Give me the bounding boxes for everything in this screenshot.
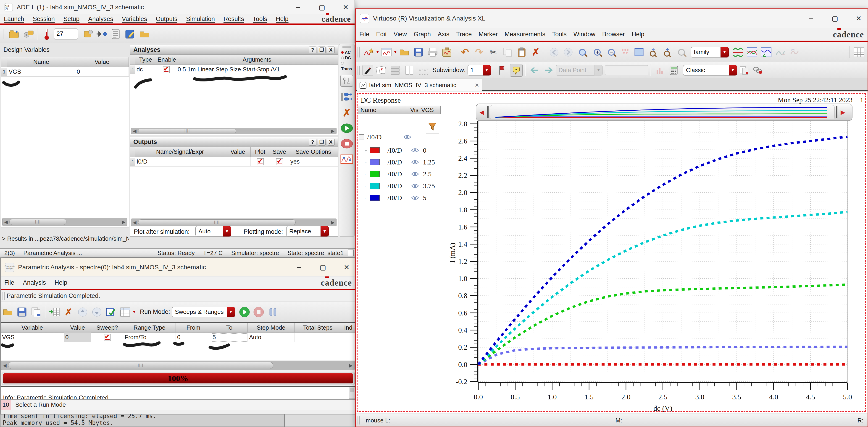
- viva-minimize-button[interactable]: –: [806, 14, 816, 22]
- radio-dc[interactable]: DC: [341, 55, 354, 61]
- viva-menu-edit[interactable]: Edit: [376, 31, 387, 38]
- save-icon[interactable]: [16, 306, 28, 319]
- analyses-close-button[interactable]: X: [327, 46, 335, 53]
- new-window-icon[interactable]: [362, 46, 375, 59]
- zoom-icon[interactable]: [576, 46, 589, 59]
- zoom-out-icon[interactable]: −: [604, 46, 617, 59]
- ade-menu-session[interactable]: Session: [33, 15, 55, 23]
- dv-row-vgs[interactable]: 1 VGS 0: [1, 67, 129, 77]
- trace-cursor-icon[interactable]: [774, 46, 787, 59]
- search-icon[interactable]: [675, 46, 688, 59]
- outputs-close-button[interactable]: X: [327, 139, 335, 145]
- copy-properties-icon[interactable]: [738, 64, 750, 77]
- parametric-hscrollbar[interactable]: ◀ ▶: [1, 361, 354, 370]
- zoom-y-icon[interactable]: [661, 46, 674, 59]
- move-down-icon[interactable]: [90, 306, 103, 319]
- tab-close-icon[interactable]: ✕: [475, 82, 479, 89]
- flag-icon[interactable]: [496, 64, 508, 77]
- capture-image-icon[interactable]: [440, 46, 453, 59]
- move-up-icon[interactable]: [76, 306, 89, 319]
- trace-overlay-icon[interactable]: [732, 46, 744, 59]
- new-window-dropdown[interactable]: ▼: [376, 50, 379, 54]
- outputs-hscrollbar[interactable]: ◀ ▶: [131, 219, 337, 226]
- parametric-row-vgs[interactable]: VGS 0 From/To 0 5 Auto: [1, 333, 355, 342]
- simulation-settings-icon[interactable]: [82, 28, 94, 40]
- ade-menu-analyses[interactable]: Analyses: [88, 15, 113, 23]
- outputs-detach-button[interactable]: ❐: [318, 139, 326, 145]
- parametric-close-button[interactable]: ✕: [341, 263, 352, 271]
- stop-icon[interactable]: [252, 306, 265, 319]
- log-vscrollbar[interactable]: [349, 387, 355, 399]
- trace-link-icon[interactable]: [788, 46, 801, 59]
- zoom-points-icon[interactable]: [618, 46, 631, 59]
- parametric-minimize-button[interactable]: –: [294, 263, 304, 271]
- tab-schematic[interactable]: lab4 sim_NMOS_IV_3 schematic ✕: [356, 79, 482, 91]
- viva-menu-measurements[interactable]: Measurements: [504, 31, 546, 38]
- new-subwindow-icon[interactable]: [380, 46, 393, 59]
- viva-maximize-button[interactable]: ▢: [830, 14, 840, 22]
- analyses-help-button[interactable]: ?: [309, 46, 316, 53]
- analyses-hscrollbar[interactable]: ◀ ▶: [131, 128, 337, 134]
- trace-strip-icon[interactable]: [746, 46, 758, 59]
- variables-sliders-icon[interactable]: [340, 75, 353, 87]
- new-subwindow-dropdown[interactable]: ▼: [394, 50, 397, 54]
- layout-columns-icon[interactable]: [403, 64, 416, 77]
- data-point-dropdown[interactable]: Data Point ▼: [556, 65, 603, 75]
- netlist-view-icon[interactable]: [110, 28, 123, 40]
- previous-view-icon[interactable]: [548, 46, 560, 59]
- netlist-probe-icon[interactable]: [96, 28, 108, 40]
- undo-icon[interactable]: ↶: [459, 46, 471, 59]
- ade-menu-outputs[interactable]: Outputs: [156, 15, 177, 23]
- output-plot-checkbox[interactable]: [257, 158, 264, 165]
- redo-icon[interactable]: ↷: [473, 46, 486, 59]
- netlist-run-icon[interactable]: [340, 90, 353, 103]
- copy-setup-icon[interactable]: [30, 306, 42, 319]
- delete-icon[interactable]: ✗: [340, 106, 353, 119]
- viva-menu-window[interactable]: Window: [574, 31, 595, 38]
- layout-grid-icon[interactable]: [417, 64, 430, 77]
- ade-menu-help[interactable]: Help: [276, 15, 288, 23]
- family-dropdown[interactable]: family▼: [691, 47, 729, 58]
- delete-icon[interactable]: ✗: [529, 46, 542, 59]
- analyses-row-dc[interactable]: 1 dc 0 5 1m Linear Step Size Start-Stop …: [130, 65, 338, 74]
- ade-minimize-button[interactable]: –: [293, 3, 303, 11]
- copy-icon[interactable]: [501, 46, 514, 59]
- dc-response-chart[interactable]: -0.20.00.20.40.60.81.01.21.41.61.82.02.2…: [355, 91, 868, 414]
- data-point-field[interactable]: [605, 65, 648, 75]
- plotting-mode-dropdown[interactable]: Replace▼: [286, 226, 329, 236]
- pause-icon[interactable]: [267, 306, 279, 319]
- add-row-icon[interactable]: [48, 306, 61, 319]
- style-dropdown[interactable]: Classic▼: [683, 65, 737, 75]
- choose-design-icon[interactable]: [8, 28, 21, 40]
- ade-menu-launch[interactable]: Launch: [4, 15, 24, 23]
- printer-icon[interactable]: [426, 46, 439, 59]
- stop-simulation-icon[interactable]: [340, 137, 353, 150]
- radio-ac[interactable]: AC: [341, 50, 354, 55]
- ade-maximize-button[interactable]: ▢: [317, 3, 327, 11]
- viva-menu-browser[interactable]: Browser: [602, 31, 625, 38]
- temperature-field[interactable]: [54, 29, 78, 39]
- zoom-x-icon[interactable]: [647, 46, 659, 59]
- zoom-in-icon[interactable]: +: [590, 46, 603, 59]
- session-options-icon[interactable]: [22, 28, 35, 40]
- run-icon[interactable]: [238, 306, 251, 319]
- trace-split-icon[interactable]: [760, 46, 773, 59]
- next-point-icon[interactable]: [542, 64, 555, 77]
- viva-menu-file[interactable]: File: [359, 31, 369, 38]
- histogram-icon[interactable]: [653, 64, 666, 77]
- run-mode-dropdown[interactable]: Sweeps & Ranges▼: [172, 307, 235, 317]
- marker-pen-icon[interactable]: [362, 65, 373, 76]
- paste-icon[interactable]: [515, 46, 528, 59]
- param-sweep-checkbox[interactable]: [104, 334, 111, 341]
- fit-view-icon[interactable]: [632, 46, 645, 59]
- save-icon[interactable]: [412, 46, 425, 59]
- viva-menu-help[interactable]: Help: [632, 31, 645, 38]
- viva-menu-graph[interactable]: Graph: [414, 31, 431, 38]
- ade-menu-setup[interactable]: Setup: [63, 15, 80, 23]
- open-icon[interactable]: [398, 46, 411, 59]
- ade-status-widget[interactable]: [348, 250, 354, 256]
- parametric-menu-analysis[interactable]: Analysis: [23, 279, 46, 286]
- ade-close-button[interactable]: ✕: [340, 3, 351, 11]
- param-to-cell[interactable]: 5: [211, 333, 248, 342]
- viva-menu-view[interactable]: View: [394, 31, 407, 38]
